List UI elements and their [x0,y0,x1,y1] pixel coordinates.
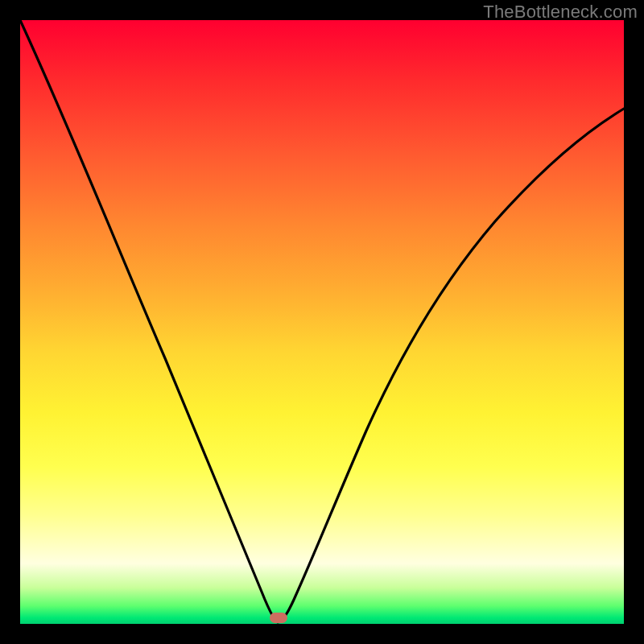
watermark-text: TheBottleneck.com [483,2,638,23]
curve-path [20,20,624,622]
bottleneck-curve [20,20,624,624]
recommended-marker [270,613,287,623]
chart-frame: TheBottleneck.com [0,0,644,644]
plot-area [20,20,624,624]
